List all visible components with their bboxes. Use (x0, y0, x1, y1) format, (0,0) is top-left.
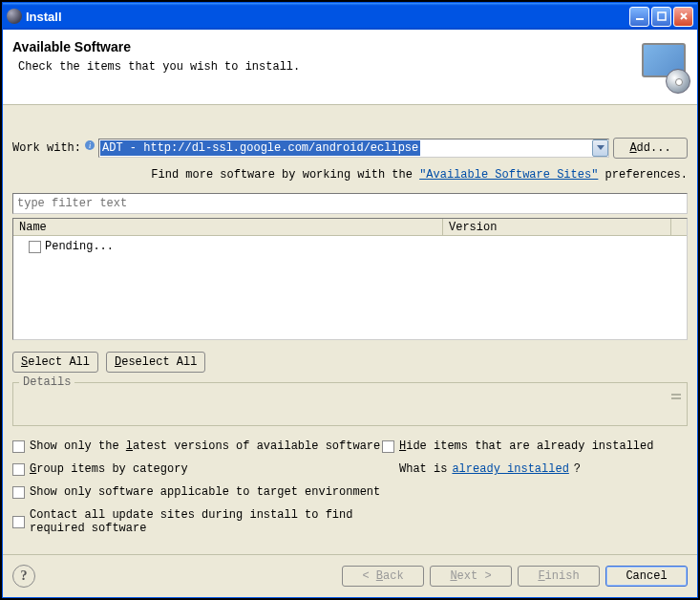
option-contact[interactable]: Contact all update sites during install … (12, 508, 382, 535)
work-with-value: ADT - http://dl-ssl.google.com/android/e… (100, 140, 420, 156)
checkbox[interactable] (12, 440, 25, 453)
work-with-combo[interactable]: ADT - http://dl-ssl.google.com/android/e… (98, 139, 609, 158)
help-button[interactable]: ? (12, 565, 35, 588)
header-title: Available Software (12, 39, 632, 54)
table-body: Pending... (13, 236, 687, 257)
table-header: Name Version (13, 219, 687, 236)
select-all-button[interactable]: Select All (12, 352, 98, 373)
checkbox[interactable] (12, 516, 25, 528)
row-checkbox[interactable] (29, 241, 41, 253)
work-with-label: Work with: (12, 141, 81, 155)
svg-rect-1 (658, 12, 666, 20)
next-button[interactable]: Next > (430, 566, 512, 587)
software-sites-hint: Find more software by working with the "… (12, 168, 688, 182)
window-title: Install (26, 10, 629, 24)
details-expand-icon[interactable] (669, 389, 683, 404)
dialog-header: Available Software Check the items that … (3, 30, 697, 105)
minimize-button[interactable] (629, 7, 649, 27)
filter-input[interactable] (12, 193, 688, 214)
close-button[interactable] (673, 7, 693, 27)
svg-rect-0 (636, 18, 644, 20)
install-dialog: Install Available Software Check the ite… (2, 2, 698, 598)
software-table: Name Version Pending... (12, 218, 688, 340)
checkbox[interactable] (12, 463, 25, 476)
available-software-sites-link[interactable]: "Available Software Sites" (419, 168, 598, 182)
chevron-down-icon[interactable] (592, 139, 608, 157)
pending-label: Pending... (45, 240, 114, 253)
titlebar[interactable]: Install (3, 3, 697, 30)
cancel-button[interactable]: Cancel (605, 566, 688, 587)
details-legend: Details (19, 375, 74, 389)
work-with-row: Work with: i ADT - http://dl-ssl.google.… (12, 138, 688, 159)
already-installed-link[interactable]: already installed (452, 462, 568, 476)
add-button-label: Add... (629, 141, 670, 155)
window-controls (629, 7, 693, 27)
column-version[interactable]: Version (443, 219, 671, 235)
column-scroll-spacer (671, 219, 687, 235)
content-area: Work with: i ADT - http://dl-ssl.google.… (3, 105, 697, 554)
option-group[interactable]: Group items by category (12, 462, 382, 476)
install-icon (640, 43, 688, 91)
options-area: Show only the latest versions of availab… (12, 439, 688, 535)
add-button[interactable]: Add... (613, 138, 688, 159)
already-installed-row: What is already installed? (399, 462, 688, 476)
maximize-button[interactable] (651, 7, 671, 27)
option-latest[interactable]: Show only the latest versions of availab… (12, 439, 382, 453)
header-subtitle: Check the items that you wish to install… (18, 60, 632, 74)
info-icon[interactable]: i (85, 140, 95, 150)
table-row[interactable]: Pending... (29, 240, 681, 253)
back-button[interactable]: < Back (342, 566, 424, 587)
eclipse-icon (7, 9, 22, 24)
dialog-footer: ? < Back Next > Finish Cancel (3, 554, 697, 597)
option-applicable[interactable]: Show only software applicable to target … (12, 485, 382, 499)
details-panel: Details (12, 382, 688, 426)
option-hide[interactable]: Hide items that are already installed (382, 439, 688, 453)
checkbox[interactable] (12, 486, 25, 499)
selection-buttons: Select All Deselect All (12, 352, 688, 373)
column-name[interactable]: Name (13, 219, 443, 235)
finish-button[interactable]: Finish (518, 566, 600, 587)
checkbox[interactable] (382, 440, 394, 453)
deselect-all-button[interactable]: Deselect All (106, 352, 205, 373)
